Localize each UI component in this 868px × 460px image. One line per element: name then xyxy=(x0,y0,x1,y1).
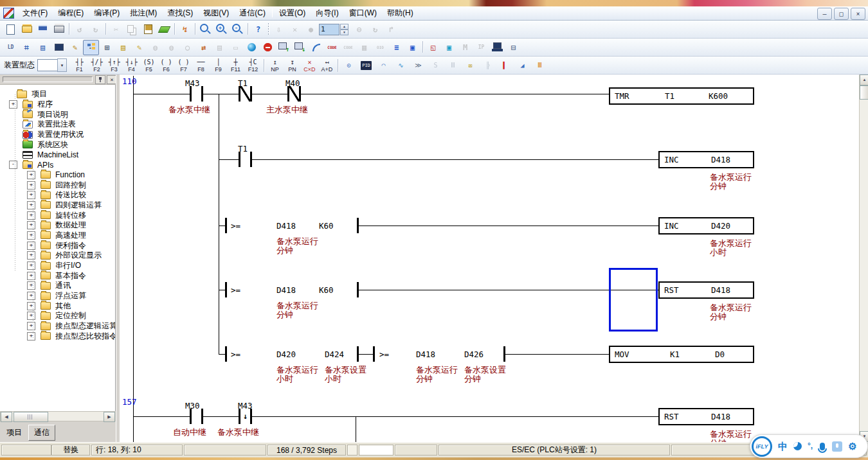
scroll-right-icon[interactable]: ▶ xyxy=(104,412,115,422)
tree-item-loop-control[interactable]: +回路控制 xyxy=(0,180,115,190)
pn-pulse-button[interactable]: ↧PN xyxy=(284,58,301,73)
device-comment[interactable]: 分钟 xyxy=(710,311,727,323)
device-label-m40[interactable]: M40 xyxy=(285,78,300,88)
hline-button[interactable]: ──F8 xyxy=(192,58,210,73)
row-number-input[interactable] xyxy=(319,24,339,35)
comment-list-button[interactable]: ▤ xyxy=(115,40,131,55)
help-button[interactable]: ? xyxy=(250,22,266,37)
monitor-mode-button[interactable] xyxy=(51,40,67,55)
scroll-left-icon[interactable]: ◀ xyxy=(1,412,12,422)
tree-item-serial-io[interactable]: +串行I/O xyxy=(0,261,115,271)
ladder-text[interactable]: >= xyxy=(231,285,240,295)
ladder-text[interactable]: D418 xyxy=(276,221,296,231)
undo-button[interactable]: ↺ xyxy=(71,22,87,37)
window-tile-button[interactable]: ▣ xyxy=(404,40,420,55)
tree-item-rotate-shift[interactable]: +旋转位移 xyxy=(0,210,115,220)
contact-falling-button[interactable]: ┤↓├F4 xyxy=(123,58,140,73)
device-comment[interactable]: 分钟 xyxy=(276,245,293,256)
tree-item-project-desc[interactable]: 项目说明 xyxy=(0,109,115,119)
scroll-up-icon[interactable]: ▲ xyxy=(860,75,868,85)
edit-comment-button[interactable]: ✎ xyxy=(67,40,83,55)
tree-item-positioning[interactable]: +定位控制 xyxy=(0,311,115,321)
tmr-instruction-box[interactable] xyxy=(609,87,754,105)
punctuation-mode-icon[interactable]: °, xyxy=(808,441,813,451)
row-delete-button[interactable]: ✕ xyxy=(287,22,303,37)
replace-device-button[interactable]: ↤A+D xyxy=(318,58,336,73)
tree-item-function[interactable]: +Function xyxy=(0,170,115,181)
register-edit-button[interactable]: ≡ xyxy=(388,40,404,55)
code-convert-button[interactable]: CODE xyxy=(324,40,340,55)
rung-number-110[interactable]: 110 xyxy=(122,76,137,86)
device-comment[interactable]: 分钟 xyxy=(416,373,433,385)
contact-bar[interactable] xyxy=(190,86,192,102)
ladder-text[interactable]: D418 xyxy=(711,285,730,295)
marker-pen-button[interactable]: ✎ xyxy=(131,40,147,55)
tree-item-project[interactable]: 项目 xyxy=(0,89,115,100)
device-comment[interactable]: 分钟 xyxy=(464,373,481,385)
chinese-mode-icon[interactable]: 中 xyxy=(778,441,788,451)
device-label-t1[interactable]: T1 xyxy=(238,144,248,154)
instruction-mode-button[interactable]: LD xyxy=(3,40,19,55)
print-button[interactable] xyxy=(51,22,67,37)
menu-edit-program[interactable]: 编程(E) xyxy=(53,7,89,19)
tab-project[interactable]: 项目 xyxy=(1,425,27,440)
ladder-text[interactable]: D418 xyxy=(276,285,296,295)
menu-compile[interactable]: 编译(P) xyxy=(89,7,125,19)
remove-row-button[interactable]: ⊖ xyxy=(351,22,367,37)
trace-button[interactable]: ↯ xyxy=(177,22,193,37)
tree-item-floating-point[interactable]: +浮点运算 xyxy=(0,291,115,301)
tree-item-program[interactable]: +程序 xyxy=(0,100,115,110)
pin-pane-button[interactable] xyxy=(95,75,105,84)
ladder-text[interactable]: TMR xyxy=(615,91,629,101)
device-label-t1[interactable]: T1 xyxy=(238,78,248,88)
step-wizard-button[interactable]: ◢ xyxy=(514,58,531,73)
com-port-button[interactable]: ⊟ xyxy=(505,40,521,55)
tree-item-contact-compare[interactable]: +接点型态比较指令 xyxy=(0,332,115,342)
search-device-button[interactable]: M xyxy=(457,40,473,55)
device-comment[interactable]: 自动中继 xyxy=(173,427,206,438)
ladder-text[interactable]: K60 xyxy=(319,221,334,231)
refresh-button[interactable]: ↻ xyxy=(367,22,383,37)
set-coil-button[interactable]: (S)F5 xyxy=(140,58,158,73)
workspace-toggle-button[interactable] xyxy=(83,40,99,55)
hint-bubble-button[interactable]: ◍ xyxy=(147,40,163,55)
menu-file[interactable]: 文件(F) xyxy=(17,7,53,19)
settings-gear-icon[interactable]: ⚙ xyxy=(848,441,856,451)
ladder-text[interactable]: D418 xyxy=(416,349,435,359)
ladder-text[interactable]: INC xyxy=(664,221,679,231)
tree-item-contact-logic[interactable]: +接点型态逻辑运算 xyxy=(0,321,115,332)
menu-help[interactable]: 帮助(H) xyxy=(382,7,419,19)
monitor-code-button[interactable]: ▦ xyxy=(356,40,372,55)
cut-button[interactable]: ✂ xyxy=(108,22,124,37)
vline-button[interactable]: │F9 xyxy=(210,58,227,73)
tree-item-external-display[interactable]: +外部设定显示 xyxy=(0,251,115,261)
tree-item-highspeed[interactable]: +高速处理 xyxy=(0,231,115,241)
minimize-button[interactable]: – xyxy=(817,8,832,20)
s-curve-button[interactable]: S xyxy=(427,58,444,73)
tree-item-data-processing[interactable]: +数据处理 xyxy=(0,220,115,231)
tree-item-transfer-compare[interactable]: +传送比较 xyxy=(0,190,115,200)
new-file-button[interactable] xyxy=(3,22,19,37)
contact-bar[interactable] xyxy=(225,282,227,297)
zoom-out-button[interactable] xyxy=(230,22,246,37)
tree-item-communication[interactable]: +通讯 xyxy=(0,281,115,291)
ladder-text[interactable]: >= xyxy=(379,349,389,359)
ladder-text[interactable]: D420 xyxy=(711,221,730,231)
download-plc-button[interactable] xyxy=(292,40,308,55)
mail-wizard-button[interactable]: ✉ xyxy=(462,58,479,73)
zoom-in-button[interactable] xyxy=(213,22,230,37)
sfc-mode-button[interactable]: ▤ xyxy=(35,40,51,55)
menu-search[interactable]: 查找(S) xyxy=(162,7,198,19)
branch-button[interactable]: ┼F11 xyxy=(227,58,244,73)
ladder-text[interactable]: MOV xyxy=(615,349,629,359)
tree-item-system-block[interactable]: 系统区块 xyxy=(0,139,115,150)
contact-nc-button[interactable]: ┤/├F2 xyxy=(88,58,105,73)
menu-window[interactable]: 窗口(W) xyxy=(344,7,382,19)
tree-item-handy-instructions[interactable]: +便利指令 xyxy=(0,240,115,251)
device-comment[interactable]: 小时 xyxy=(710,247,727,258)
scroll-thumb[interactable] xyxy=(860,85,868,100)
timer-wizard-button[interactable]: ⊙ xyxy=(340,58,357,73)
open-file-button[interactable] xyxy=(19,22,35,37)
tree-item-basic-instructions[interactable]: +基本指令 xyxy=(0,270,115,281)
comm-link-button[interactable] xyxy=(308,40,324,55)
